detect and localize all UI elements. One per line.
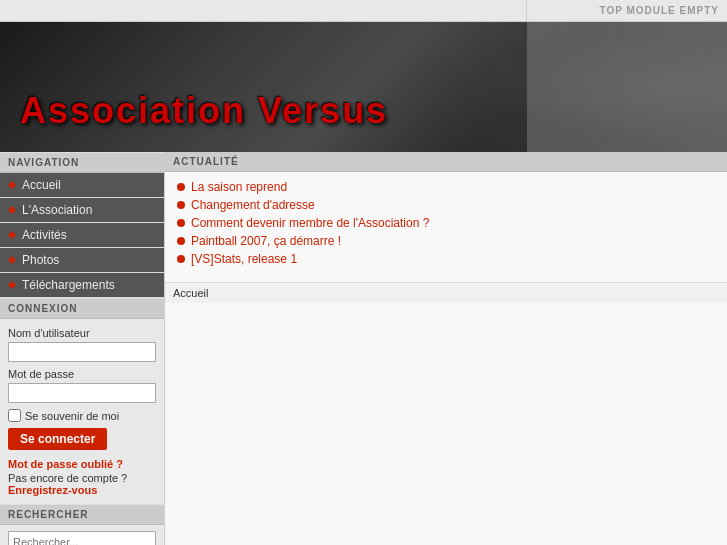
sidebar: NAVIGATION Accueil L'Association Activit… bbox=[0, 152, 165, 545]
navigation-section-title: NAVIGATION bbox=[0, 152, 164, 173]
sidebar-item-label: Activités bbox=[22, 228, 67, 242]
list-item: Paintball 2007, ça démarre ! bbox=[177, 234, 715, 248]
sidebar-item-label: Téléchargements bbox=[22, 278, 115, 292]
breadcrumb: Accueil bbox=[165, 282, 727, 303]
search-section-title: RECHERCHER bbox=[0, 504, 164, 525]
username-label: Nom d'utilisateur bbox=[8, 327, 156, 339]
top-module-empty: TOP MODULE EMPTY bbox=[527, 0, 727, 21]
sidebar-item-telechargements[interactable]: Téléchargements bbox=[0, 273, 164, 298]
news-link[interactable]: Comment devenir membre de l'Association … bbox=[191, 216, 429, 230]
remember-row: Se souvenir de moi bbox=[8, 409, 156, 422]
search-input[interactable] bbox=[8, 531, 156, 545]
header-banner: Association Versus bbox=[0, 22, 727, 152]
no-account-text: Pas encore de compte ? bbox=[8, 472, 156, 484]
sidebar-item-label: L'Association bbox=[22, 203, 92, 217]
news-link[interactable]: Changement d'adresse bbox=[191, 198, 315, 212]
header-right-module bbox=[527, 22, 727, 152]
main-wrapper: NAVIGATION Accueil L'Association Activit… bbox=[0, 152, 727, 545]
connexion-section-title: CONNEXION bbox=[0, 298, 164, 319]
sidebar-item-activites[interactable]: Activités bbox=[0, 223, 164, 248]
username-input[interactable] bbox=[8, 342, 156, 362]
sidebar-item-label: Photos bbox=[22, 253, 59, 267]
site-title: Association Versus bbox=[20, 90, 388, 132]
nav-bullet-icon bbox=[8, 231, 16, 239]
sidebar-item-photos[interactable]: Photos bbox=[0, 248, 164, 273]
top-bar-left bbox=[0, 0, 527, 21]
list-item: Changement d'adresse bbox=[177, 198, 715, 212]
forgot-password-link[interactable]: Mot de passe oublié ? bbox=[8, 458, 156, 470]
login-section: Nom d'utilisateur Mot de passe Se souven… bbox=[0, 319, 164, 504]
list-item: Comment devenir membre de l'Association … bbox=[177, 216, 715, 230]
news-bullet-icon bbox=[177, 237, 185, 245]
news-bullet-icon bbox=[177, 255, 185, 263]
nav-bullet-icon bbox=[8, 181, 16, 189]
news-bullet-icon bbox=[177, 219, 185, 227]
search-section bbox=[0, 525, 164, 545]
actualite-section-title: ACTUALITÉ bbox=[165, 152, 727, 172]
remember-checkbox[interactable] bbox=[8, 409, 21, 422]
news-bullet-icon bbox=[177, 183, 185, 191]
news-link[interactable]: [VS]Stats, release 1 bbox=[191, 252, 297, 266]
sidebar-item-association[interactable]: L'Association bbox=[0, 198, 164, 223]
password-label: Mot de passe bbox=[8, 368, 156, 380]
register-link[interactable]: Enregistrez-vous bbox=[8, 484, 156, 496]
login-button[interactable]: Se connecter bbox=[8, 428, 107, 450]
news-link[interactable]: La saison reprend bbox=[191, 180, 287, 194]
news-link[interactable]: Paintball 2007, ça démarre ! bbox=[191, 234, 341, 248]
news-bullet-icon bbox=[177, 201, 185, 209]
main-content: ACTUALITÉ La saison reprend Changement d… bbox=[165, 152, 727, 545]
top-bar: TOP MODULE EMPTY bbox=[0, 0, 727, 22]
sidebar-item-label: Accueil bbox=[22, 178, 61, 192]
password-input[interactable] bbox=[8, 383, 156, 403]
sidebar-item-accueil[interactable]: Accueil bbox=[0, 173, 164, 198]
remember-label: Se souvenir de moi bbox=[25, 410, 119, 422]
nav-bullet-icon bbox=[8, 256, 16, 264]
nav-bullet-icon bbox=[8, 206, 16, 214]
news-list: La saison reprend Changement d'adresse C… bbox=[165, 172, 727, 278]
list-item: [VS]Stats, release 1 bbox=[177, 252, 715, 266]
nav-bullet-icon bbox=[8, 281, 16, 289]
list-item: La saison reprend bbox=[177, 180, 715, 194]
